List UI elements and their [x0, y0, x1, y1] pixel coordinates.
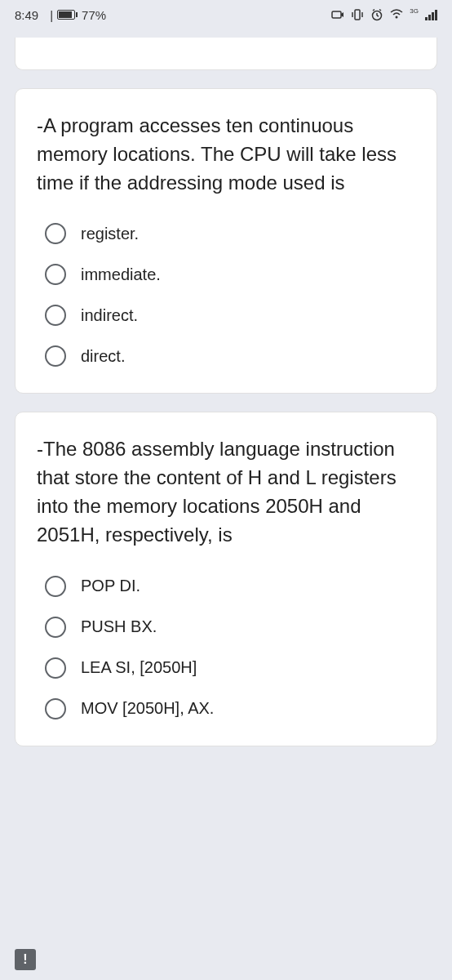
option-label: PUSH BX.	[81, 617, 157, 636]
radio-icon	[45, 305, 66, 326]
option-label: direct.	[81, 347, 125, 366]
battery-icon	[57, 10, 78, 20]
question-prompt: -A program accesses ten continuous memor…	[37, 112, 415, 197]
radio-icon	[45, 698, 66, 719]
option-label: register.	[81, 225, 139, 243]
question-card-1: -A program accesses ten continuous memor…	[15, 88, 437, 394]
wifi-icon	[390, 8, 403, 21]
radio-icon	[45, 223, 66, 244]
question-prompt: -The 8086 assembly language instruction …	[37, 435, 415, 549]
radio-icon	[45, 345, 66, 367]
content-area: -A program accesses ten continuous memor…	[0, 29, 452, 773]
option-label: POP DI.	[81, 577, 140, 595]
vibrate-icon	[351, 8, 364, 21]
alarm-icon	[370, 8, 383, 21]
camera-icon	[331, 8, 344, 21]
svg-rect-0	[332, 11, 341, 18]
status-left: 8:49 | 77%	[15, 8, 106, 22]
option-immediate[interactable]: immediate.	[45, 264, 415, 285]
radio-icon	[45, 657, 66, 679]
error-badge[interactable]: !	[15, 949, 36, 970]
radio-icon	[45, 576, 66, 597]
option-label: indirect.	[81, 306, 138, 325]
battery-percent: 77%	[82, 8, 106, 22]
option-pop-di[interactable]: POP DI.	[45, 576, 415, 597]
option-push-bx[interactable]: PUSH BX.	[45, 617, 415, 638]
svg-line-8	[379, 10, 381, 11]
option-lea-si[interactable]: LEA SI, [2050H]	[45, 657, 415, 679]
status-time: 8:49	[15, 8, 38, 22]
svg-line-7	[373, 10, 374, 11]
svg-rect-1	[355, 10, 360, 20]
previous-card-edge	[15, 38, 437, 70]
option-label: MOV [2050H], AX.	[81, 699, 214, 718]
option-indirect[interactable]: indirect.	[45, 305, 415, 326]
option-register[interactable]: register.	[45, 223, 415, 244]
radio-icon	[45, 264, 66, 285]
option-direct[interactable]: direct.	[45, 345, 415, 367]
radio-icon	[45, 617, 66, 638]
option-label: LEA SI, [2050H]	[81, 658, 197, 677]
question-card-2: -The 8086 assembly language instruction …	[15, 412, 437, 746]
options-group: POP DI. PUSH BX. LEA SI, [2050H] MOV [20…	[37, 576, 415, 719]
status-bar: 8:49 | 77% 3G	[0, 0, 452, 29]
options-group: register. immediate. indirect. direct.	[37, 223, 415, 367]
option-mov[interactable]: MOV [2050H], AX.	[45, 698, 415, 719]
signal-icon	[425, 9, 437, 20]
exclamation-icon: !	[23, 952, 27, 967]
svg-line-6	[377, 16, 379, 16]
status-right: 3G	[331, 8, 437, 21]
option-label: immediate.	[81, 265, 161, 284]
phone-bracket-icon: |	[50, 8, 53, 22]
svg-point-9	[396, 16, 398, 19]
network-label: 3G	[410, 7, 419, 15]
